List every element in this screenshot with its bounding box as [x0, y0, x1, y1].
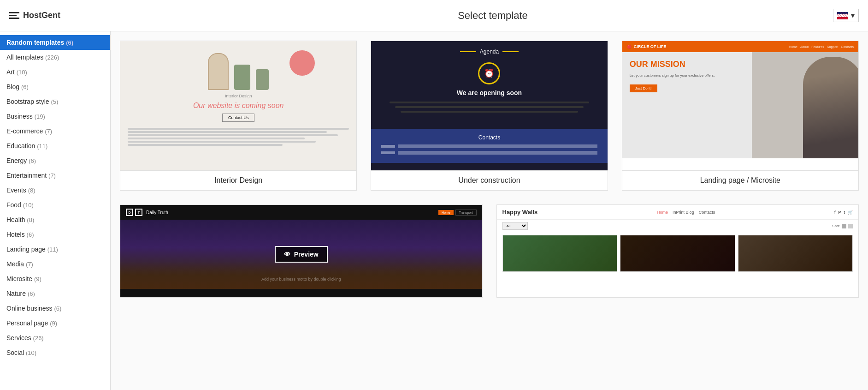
sidebar-item-landing[interactable]: Landing page (11)	[0, 242, 110, 257]
sidebar-item-social[interactable]: Social (10)	[0, 345, 110, 360]
template-thumb-daily: D T Daily Truth Home Transport	[120, 205, 482, 297]
sidebar-item-education[interactable]: Education (11)	[0, 138, 110, 153]
under-label: Under construction	[371, 170, 607, 190]
sidebar-item-bootstrap[interactable]: Bootstrap style (5)	[0, 94, 110, 109]
sidebar-item-nature[interactable]: Nature (6)	[0, 286, 110, 301]
header: HostGent Select template ▾	[0, 0, 868, 31]
interior-contact-btn[interactable]: Contact Us	[222, 114, 255, 122]
eye-icon: 👁	[284, 251, 290, 258]
template-card-happy-walls[interactable]: Happy Walls Home InPrint Blog Contacts f…	[496, 204, 859, 298]
sidebar-item-health[interactable]: Health (8)	[0, 212, 110, 227]
happy-preview-button[interactable]: 👁 Preview	[649, 241, 706, 261]
logo-text: HostGent	[23, 11, 60, 20]
eye-icon: 👁	[659, 247, 666, 255]
templates-grid-row2: D T Daily Truth Home Transport	[120, 204, 859, 298]
eye-icon: 👁	[721, 102, 729, 110]
template-thumb-interior: Interior Design Our website is coming so…	[120, 41, 356, 170]
under-preview-button[interactable]: 👁 Preview	[461, 96, 518, 115]
language-selector[interactable]: ▾	[833, 9, 859, 22]
sidebar-item-energy[interactable]: Energy (6)	[0, 153, 110, 168]
template-card-interior-design[interactable]: Interior Design Our website is coming so…	[120, 41, 357, 191]
flag-icon	[837, 12, 848, 19]
eye-icon: 👁	[471, 102, 478, 110]
daily-preview-badge: 👁 Preview	[275, 246, 328, 263]
chevron-down-icon: ▾	[851, 11, 855, 20]
page-title: Select template	[458, 10, 528, 22]
main-layout: Random templates (6) All templates (226)…	[0, 31, 868, 390]
template-card-landing-microsite[interactable]: 🔴 CIRCLE OF LIFE Home About Features Sup…	[622, 41, 859, 191]
landing-label: Landing page / Microsite	[622, 170, 858, 190]
sidebar-item-microsite[interactable]: Microsite (9)	[0, 271, 110, 286]
sidebar-item-all[interactable]: All templates (226)	[0, 50, 110, 65]
templates-grid-row1: Interior Design Our website is coming so…	[120, 41, 859, 191]
landing-preview-button[interactable]: 👁 Preview	[711, 96, 769, 115]
template-card-daily-truth[interactable]: D T Daily Truth Home Transport	[120, 204, 483, 298]
template-thumb-landing: 🔴 CIRCLE OF LIFE Home About Features Sup…	[622, 41, 858, 170]
sidebar-item-personal[interactable]: Personal page (9)	[0, 316, 110, 330]
sidebar-item-blog[interactable]: Blog (6)	[0, 79, 110, 94]
sidebar-item-random[interactable]: Random templates (6)	[0, 35, 110, 50]
template-thumb-under: Agenda ⏰ We are opening soon Contacts	[371, 41, 607, 170]
interior-label: Interior Design	[120, 170, 356, 190]
sidebar-item-entertainment[interactable]: Entertainment (7)	[0, 168, 110, 183]
main-content: Interior Design Our website is coming so…	[111, 31, 868, 390]
sidebar-item-hotels[interactable]: Hotels (6)	[0, 227, 110, 242]
sidebar-item-business[interactable]: Business (19)	[0, 109, 110, 124]
logo-icon	[9, 12, 19, 19]
template-thumb-happy: Happy Walls Home InPrint Blog Contacts f…	[497, 205, 859, 297]
sidebar-item-food[interactable]: Food (10)	[0, 198, 110, 212]
sidebar-item-online-business[interactable]: Online business (6)	[0, 301, 110, 316]
sidebar-item-services[interactable]: Services (26)	[0, 330, 110, 345]
logo: HostGent	[9, 11, 60, 20]
sidebar: Random templates (6) All templates (226)…	[0, 31, 111, 390]
sidebar-item-events[interactable]: Events (8)	[0, 183, 110, 198]
sidebar-item-media[interactable]: Media (7)	[0, 257, 110, 271]
sidebar-item-art[interactable]: Art (10)	[0, 65, 110, 79]
sidebar-item-ecommerce[interactable]: E-commerce (7)	[0, 124, 110, 138]
template-card-under-construction[interactable]: Agenda ⏰ We are opening soon Contacts	[371, 41, 608, 191]
